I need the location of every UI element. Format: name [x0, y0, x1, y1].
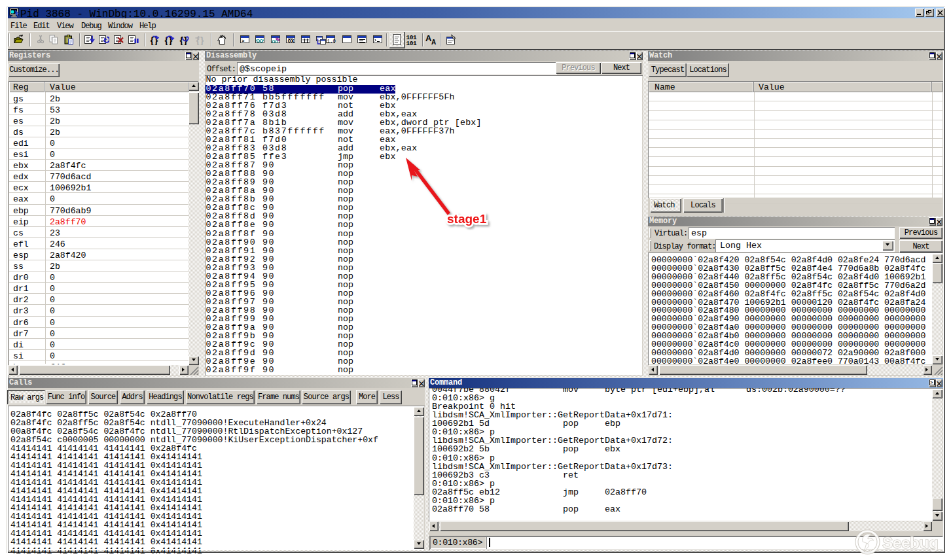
svg-text:stage1: stage1: [447, 212, 487, 226]
